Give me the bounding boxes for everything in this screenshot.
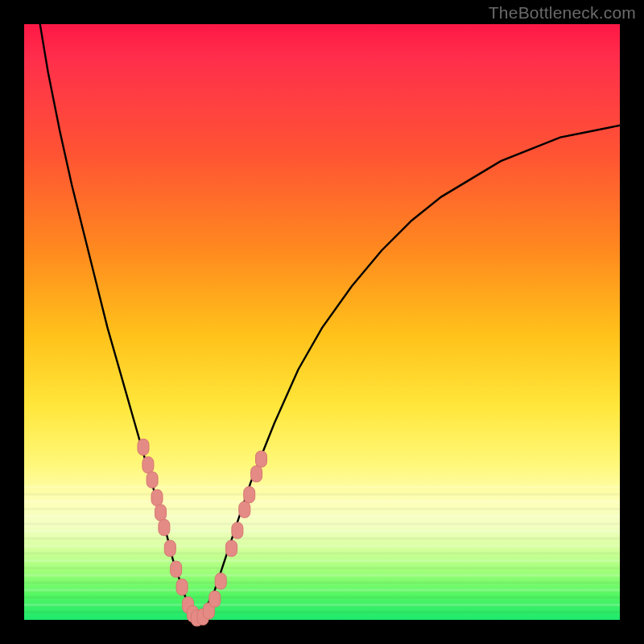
curve-marker [239, 502, 250, 518]
svg-rect-0 [24, 486, 620, 489]
svg-rect-1 [24, 493, 620, 496]
svg-rect-14 [24, 589, 620, 592]
svg-rect-11 [24, 567, 620, 569]
curve-marker [244, 487, 255, 503]
curve-marker [209, 591, 221, 607]
svg-rect-15 [24, 597, 620, 599]
watermark-text: TheBottleneck.com [489, 3, 636, 23]
plot-area [24, 24, 620, 620]
curve-marker [232, 522, 243, 539]
lower-bands [24, 486, 620, 613]
svg-rect-16 [24, 604, 620, 606]
curve-marker [147, 472, 158, 488]
curve-marker [251, 466, 262, 482]
curve-marker [164, 540, 175, 556]
svg-rect-5 [24, 522, 620, 525]
curve-marker [151, 489, 163, 506]
curve-marker [171, 561, 182, 577]
curve-marker [176, 579, 188, 595]
svg-rect-8 [24, 545, 620, 547]
curve-marker [256, 451, 267, 467]
curve-marker [226, 540, 237, 556]
chart-frame: TheBottleneck.com [0, 0, 644, 644]
svg-rect-13 [24, 581, 620, 584]
svg-rect-7 [24, 538, 620, 540]
curve-marker [159, 519, 170, 535]
chart-svg [24, 24, 620, 620]
svg-rect-2 [24, 501, 620, 503]
bottleneck-curve [24, 0, 620, 620]
curve-marker [155, 505, 167, 521]
curve-marker [138, 439, 149, 455]
svg-rect-10 [24, 559, 620, 562]
svg-rect-17 [24, 611, 620, 613]
svg-rect-6 [24, 530, 620, 532]
curve-marker [142, 457, 154, 473]
svg-rect-4 [24, 515, 620, 518]
svg-rect-12 [24, 574, 620, 576]
svg-rect-9 [24, 552, 620, 555]
svg-rect-3 [24, 508, 620, 510]
curve-marker [215, 573, 226, 589]
